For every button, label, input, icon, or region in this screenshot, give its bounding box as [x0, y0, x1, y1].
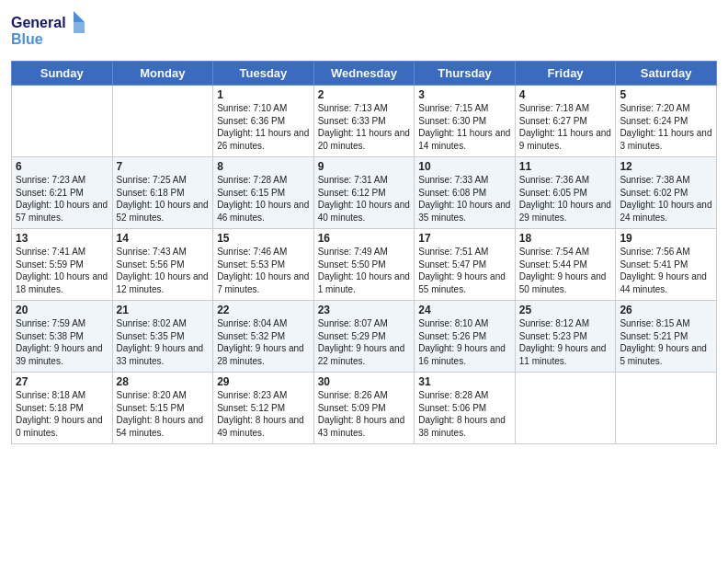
page-header: General Blue: [11, 9, 717, 53]
calendar-cell: 17Sunrise: 7:51 AMSunset: 5:47 PMDayligh…: [415, 229, 516, 301]
day-number: 10: [418, 160, 511, 173]
calendar-week-row: 1Sunrise: 7:10 AMSunset: 6:36 PMDaylight…: [12, 86, 717, 157]
calendar-cell: 1Sunrise: 7:10 AMSunset: 6:36 PMDaylight…: [213, 86, 314, 157]
svg-marker-2: [74, 22, 85, 33]
day-number: 2: [318, 88, 411, 101]
day-info: Sunrise: 7:13 AMSunset: 6:33 PMDaylight:…: [318, 103, 410, 151]
day-info: Sunrise: 7:10 AMSunset: 6:36 PMDaylight:…: [217, 103, 309, 151]
day-info: Sunrise: 7:38 AMSunset: 6:02 PMDaylight:…: [620, 175, 711, 223]
day-header-sunday: Sunday: [12, 62, 113, 86]
day-info: Sunrise: 7:28 AMSunset: 6:15 PMDaylight:…: [217, 175, 309, 223]
day-number: 16: [318, 232, 411, 245]
day-info: Sunrise: 7:56 AMSunset: 5:41 PMDaylight:…: [620, 247, 707, 294]
calendar-cell: 21Sunrise: 8:02 AMSunset: 5:35 PMDayligh…: [112, 301, 213, 373]
day-info: Sunrise: 7:51 AMSunset: 5:47 PMDaylight:…: [418, 247, 506, 294]
calendar-cell: 3Sunrise: 7:15 AMSunset: 6:30 PMDaylight…: [415, 86, 516, 157]
day-info: Sunrise: 8:28 AMSunset: 5:06 PMDaylight:…: [418, 390, 506, 438]
day-header-friday: Friday: [515, 62, 616, 86]
day-number: 13: [16, 232, 108, 245]
svg-text:Blue: Blue: [11, 31, 43, 47]
day-info: Sunrise: 7:25 AMSunset: 6:18 PMDaylight:…: [117, 175, 209, 223]
calendar-cell: 12Sunrise: 7:38 AMSunset: 6:02 PMDayligh…: [616, 157, 717, 229]
calendar-cell: 14Sunrise: 7:43 AMSunset: 5:56 PMDayligh…: [112, 229, 213, 301]
calendar-cell: 19Sunrise: 7:56 AMSunset: 5:41 PMDayligh…: [616, 229, 717, 301]
calendar-week-row: 6Sunrise: 7:23 AMSunset: 6:21 PMDaylight…: [12, 157, 717, 229]
day-number: 9: [318, 160, 411, 173]
day-info: Sunrise: 7:36 AMSunset: 6:05 PMDaylight:…: [519, 175, 611, 223]
day-info: Sunrise: 8:12 AMSunset: 5:23 PMDaylight:…: [519, 318, 607, 366]
day-info: Sunrise: 7:41 AMSunset: 5:59 PMDaylight:…: [16, 247, 108, 294]
day-info: Sunrise: 7:18 AMSunset: 6:27 PMDaylight:…: [519, 103, 611, 151]
day-number: 22: [217, 304, 310, 316]
day-number: 11: [519, 160, 612, 173]
day-info: Sunrise: 8:18 AMSunset: 5:18 PMDaylight:…: [16, 390, 103, 438]
day-number: 21: [117, 304, 210, 316]
calendar-week-row: 20Sunrise: 7:59 AMSunset: 5:38 PMDayligh…: [12, 301, 717, 373]
day-info: Sunrise: 7:43 AMSunset: 5:56 PMDaylight:…: [117, 247, 209, 294]
calendar-cell: 18Sunrise: 7:54 AMSunset: 5:44 PMDayligh…: [515, 229, 616, 301]
day-number: 20: [16, 304, 108, 316]
calendar-cell: 20Sunrise: 7:59 AMSunset: 5:38 PMDayligh…: [12, 301, 113, 373]
calendar-cell: 5Sunrise: 7:20 AMSunset: 6:24 PMDaylight…: [616, 86, 717, 157]
calendar-cell: 31Sunrise: 8:28 AMSunset: 5:06 PMDayligh…: [415, 373, 516, 444]
calendar-week-row: 27Sunrise: 8:18 AMSunset: 5:18 PMDayligh…: [12, 373, 717, 444]
calendar-cell: 22Sunrise: 8:04 AMSunset: 5:32 PMDayligh…: [213, 301, 314, 373]
calendar-table: SundayMondayTuesdayWednesdayThursdayFrid…: [11, 61, 717, 444]
page-container: General Blue SundayMondayTuesdayWednesda…: [0, 0, 728, 563]
day-info: Sunrise: 8:26 AMSunset: 5:09 PMDaylight:…: [318, 390, 405, 438]
calendar-cell: 7Sunrise: 7:25 AMSunset: 6:18 PMDaylight…: [112, 157, 213, 229]
day-header-wednesday: Wednesday: [313, 62, 415, 86]
day-number: 12: [620, 160, 712, 173]
day-info: Sunrise: 7:23 AMSunset: 6:21 PMDaylight:…: [16, 175, 108, 223]
day-number: 8: [217, 160, 310, 173]
day-info: Sunrise: 8:23 AMSunset: 5:12 PMDaylight:…: [217, 390, 304, 438]
calendar-cell: 13Sunrise: 7:41 AMSunset: 5:59 PMDayligh…: [12, 229, 113, 301]
day-number: 23: [318, 304, 411, 316]
calendar-week-row: 13Sunrise: 7:41 AMSunset: 5:59 PMDayligh…: [12, 229, 717, 301]
day-number: 15: [217, 232, 310, 245]
calendar-cell: 9Sunrise: 7:31 AMSunset: 6:12 PMDaylight…: [313, 157, 415, 229]
day-header-monday: Monday: [112, 62, 213, 86]
day-number: 1: [217, 88, 310, 101]
day-number: 25: [519, 304, 612, 316]
logo: General Blue: [11, 9, 94, 53]
calendar-cell: [515, 373, 616, 444]
day-number: 5: [620, 88, 712, 101]
calendar-cell: [12, 86, 113, 157]
calendar-cell: 16Sunrise: 7:49 AMSunset: 5:50 PMDayligh…: [313, 229, 415, 301]
day-info: Sunrise: 7:15 AMSunset: 6:30 PMDaylight:…: [418, 103, 510, 151]
day-info: Sunrise: 8:20 AMSunset: 5:15 PMDaylight:…: [117, 390, 204, 438]
day-number: 31: [418, 375, 511, 388]
calendar-cell: 26Sunrise: 8:15 AMSunset: 5:21 PMDayligh…: [616, 301, 717, 373]
calendar-cell: 15Sunrise: 7:46 AMSunset: 5:53 PMDayligh…: [213, 229, 314, 301]
calendar-cell: [112, 86, 213, 157]
day-number: 17: [418, 232, 511, 245]
calendar-header-row: SundayMondayTuesdayWednesdayThursdayFrid…: [12, 62, 717, 86]
calendar-cell: 29Sunrise: 8:23 AMSunset: 5:12 PMDayligh…: [213, 373, 314, 444]
day-info: Sunrise: 7:31 AMSunset: 6:12 PMDaylight:…: [318, 175, 410, 223]
calendar-cell: 28Sunrise: 8:20 AMSunset: 5:15 PMDayligh…: [112, 373, 213, 444]
day-number: 4: [519, 88, 612, 101]
day-number: 30: [318, 375, 411, 388]
day-number: 19: [620, 232, 712, 245]
calendar-cell: 23Sunrise: 8:07 AMSunset: 5:29 PMDayligh…: [313, 301, 415, 373]
day-info: Sunrise: 8:02 AMSunset: 5:35 PMDaylight:…: [117, 318, 204, 366]
day-number: 28: [117, 375, 210, 388]
day-number: 6: [16, 160, 108, 173]
day-number: 3: [418, 88, 511, 101]
calendar-cell: 24Sunrise: 8:10 AMSunset: 5:26 PMDayligh…: [415, 301, 516, 373]
calendar-cell: 25Sunrise: 8:12 AMSunset: 5:23 PMDayligh…: [515, 301, 616, 373]
day-info: Sunrise: 7:20 AMSunset: 6:24 PMDaylight:…: [620, 103, 711, 151]
day-number: 27: [16, 375, 108, 388]
day-info: Sunrise: 7:59 AMSunset: 5:38 PMDaylight:…: [16, 318, 103, 366]
calendar-cell: 10Sunrise: 7:33 AMSunset: 6:08 PMDayligh…: [415, 157, 516, 229]
day-header-thursday: Thursday: [415, 62, 516, 86]
svg-text:General: General: [11, 15, 66, 30]
calendar-cell: 6Sunrise: 7:23 AMSunset: 6:21 PMDaylight…: [12, 157, 113, 229]
calendar-cell: 11Sunrise: 7:36 AMSunset: 6:05 PMDayligh…: [515, 157, 616, 229]
day-info: Sunrise: 7:54 AMSunset: 5:44 PMDaylight:…: [519, 247, 607, 294]
calendar-cell: 27Sunrise: 8:18 AMSunset: 5:18 PMDayligh…: [12, 373, 113, 444]
day-number: 7: [117, 160, 210, 173]
day-number: 24: [418, 304, 511, 316]
day-info: Sunrise: 8:07 AMSunset: 5:29 PMDaylight:…: [318, 318, 405, 366]
